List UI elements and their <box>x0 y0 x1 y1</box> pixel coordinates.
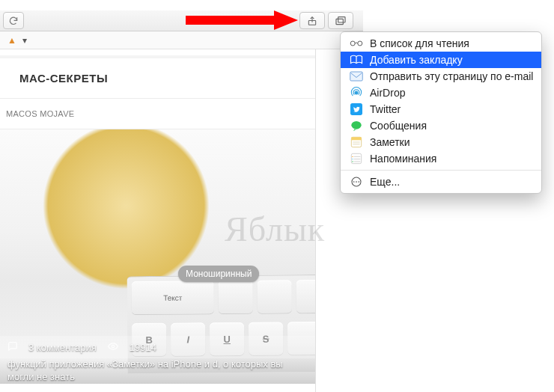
menu-item-label: Twitter <box>370 103 401 115</box>
vlc-icon: ▲ <box>7 35 16 46</box>
menu-separator <box>341 170 541 171</box>
svg-point-21 <box>352 159 353 159</box>
svg-point-26 <box>358 181 359 183</box>
toolbar <box>0 10 363 31</box>
menu-item-label: Отправить эту страницу по e-mail <box>370 70 533 82</box>
svg-point-7 <box>358 41 362 46</box>
svg-point-24 <box>353 181 355 183</box>
svg-point-9 <box>355 91 358 94</box>
svg-point-22 <box>352 161 353 162</box>
menu-item-label: AirDrop <box>370 87 405 99</box>
views-icon <box>107 341 119 354</box>
article-card[interactable]: Текст B I U S Моноширинный 3 ко <box>0 129 315 384</box>
content-column: МАС-СЕКРЕТЫ MACOS MOJAVE Текст B I U S <box>0 49 316 392</box>
mail-icon <box>350 70 363 82</box>
chevron-down-icon[interactable]: ▾ <box>22 35 27 46</box>
menu-item-reading-list[interactable]: В список для чтения <box>341 35 541 52</box>
book-icon <box>350 54 363 66</box>
svg-rect-13 <box>351 137 361 140</box>
menu-item-airdrop[interactable]: AirDrop <box>341 85 541 101</box>
bookmarks-bar: ▲ ▾ <box>0 31 363 49</box>
reload-icon <box>8 16 19 26</box>
menu-item-label: В список для чтения <box>370 37 469 49</box>
menu-item-messages[interactable]: Сообщения <box>341 117 541 134</box>
share-button[interactable] <box>299 12 325 29</box>
menu-item-notes[interactable]: Заметки <box>341 134 541 150</box>
comments-icon <box>7 341 18 354</box>
menu-item-more[interactable]: Еще... <box>341 174 541 190</box>
keyboard-key <box>218 281 252 313</box>
svg-rect-2 <box>338 16 345 22</box>
svg-point-25 <box>356 181 357 183</box>
reminders-icon <box>350 153 363 165</box>
svg-rect-1 <box>336 19 343 24</box>
ellipsis-icon <box>350 176 363 188</box>
svg-point-6 <box>350 41 355 46</box>
category-heading[interactable]: МАС-СЕКРЕТЫ <box>0 58 315 99</box>
comments-count: 3 комментария <box>28 342 97 353</box>
subnav-item[interactable]: MACOS MOJAVE <box>0 99 315 129</box>
airdrop-icon <box>350 87 363 99</box>
menu-item-label: Сообщения <box>370 120 427 132</box>
divider <box>0 49 315 58</box>
keyboard-pill: Моноширинный <box>178 266 259 282</box>
share-icon <box>307 15 317 27</box>
menu-item-label: Добавить закладку <box>370 54 463 66</box>
menu-item-reminders[interactable]: Напоминания <box>341 150 541 167</box>
share-menu: В список для чтения Добавить закладку От… <box>340 31 542 194</box>
twitter-icon <box>350 103 363 115</box>
tabs-icon <box>335 16 347 26</box>
menu-item-email-page[interactable]: Отправить эту страницу по e-mail <box>341 68 541 85</box>
svg-point-20 <box>352 156 353 157</box>
keyboard-key <box>257 280 291 313</box>
menu-item-add-bookmark[interactable]: Добавить закладку <box>341 52 541 68</box>
menu-item-twitter[interactable]: Twitter <box>341 101 541 117</box>
menu-item-label: Заметки <box>370 136 410 148</box>
article-meta: 3 комментария 19914 <box>0 336 315 358</box>
svg-point-11 <box>351 121 361 129</box>
svg-rect-16 <box>351 153 361 163</box>
glasses-icon <box>350 37 363 49</box>
keyboard-key <box>296 280 315 313</box>
svg-point-3 <box>112 345 115 348</box>
tab-overview-button[interactable] <box>328 12 353 29</box>
notes-icon <box>350 136 363 148</box>
menu-item-label: Еще... <box>370 176 400 188</box>
views-count: 19914 <box>130 342 156 353</box>
svg-rect-8 <box>350 72 363 81</box>
article-title: функций приложения «Заметки» на iPhone и… <box>0 358 315 384</box>
reload-button[interactable] <box>3 12 24 29</box>
keyboard-key: Текст <box>131 281 213 314</box>
messages-icon <box>350 120 363 132</box>
menu-item-label: Напоминания <box>370 153 436 165</box>
